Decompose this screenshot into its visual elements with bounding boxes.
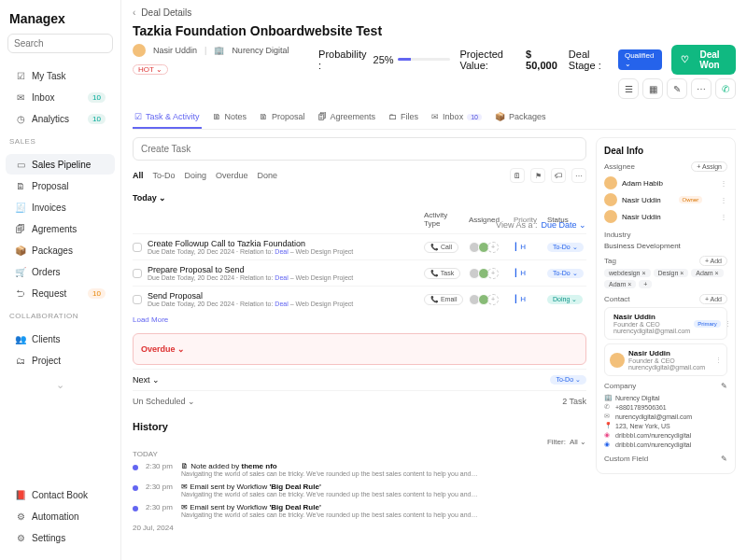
tag-chip[interactable]: + xyxy=(639,280,652,288)
activity-type[interactable]: 📞 Email xyxy=(424,294,463,305)
mail-icon: ✉ xyxy=(604,413,612,420)
task-row[interactable]: Send ProposalDue Date Today, 20 Dec 2024… xyxy=(133,286,586,312)
add-assignee-icon[interactable]: + xyxy=(487,294,499,305)
grid-icon[interactable]: ▦ xyxy=(642,78,663,99)
contact-card[interactable]: Nasir UddinFounder & CEOnurencydigital@g… xyxy=(604,307,727,340)
flag-icon[interactable]: ⚑ xyxy=(530,168,545,183)
assignee-row: Adam Habib⋮ xyxy=(604,175,727,191)
view-as-dropdown[interactable]: Due Date ⌄ xyxy=(541,220,586,230)
nav-item-orders[interactable]: 🛒Orders xyxy=(6,261,115,282)
nav-item-automation[interactable]: ⚙Automation xyxy=(6,506,115,526)
tag-chip[interactable]: Design × xyxy=(654,269,689,277)
nav-item-request[interactable]: ⮌Request10 xyxy=(6,283,115,303)
edit-icon[interactable]: ✎ xyxy=(667,78,687,99)
task-checkbox[interactable] xyxy=(133,243,142,252)
add-tag-button[interactable]: + Add xyxy=(699,256,727,266)
nav-icon: ⚙ xyxy=(15,511,26,522)
add-contact-button[interactable]: + Add xyxy=(699,294,727,304)
nav-icon: ◷ xyxy=(15,113,26,124)
nav-item-sales-pipeline[interactable]: ▭Sales Pipeline xyxy=(6,154,115,175)
task-checkbox[interactable] xyxy=(133,295,142,304)
tag-chip[interactable]: webdesign × xyxy=(604,269,651,277)
stage-dropdown[interactable]: Qualified ⌄ xyxy=(618,49,662,70)
tab-icon: ☑ xyxy=(134,112,142,121)
nav-item-proposal[interactable]: 🗎Proposal xyxy=(6,175,115,196)
nav-label-sales: SALES xyxy=(0,133,120,149)
history-item: 2:30 pm✉ Email sent by Workflow 'Big Dea… xyxy=(133,483,586,497)
load-more-link[interactable]: Load More xyxy=(133,312,586,328)
projected-label: Projected Value: xyxy=(459,49,522,71)
search-input[interactable] xyxy=(7,34,113,53)
hot-badge[interactable]: HOT ⌄ xyxy=(133,64,168,75)
brand-logo: Managex xyxy=(0,7,120,34)
filter-all[interactable]: All xyxy=(133,171,144,180)
nav-icon: ▭ xyxy=(15,159,26,170)
nav-item-agrements[interactable]: 🗐Agrements xyxy=(6,218,115,239)
status-dropdown[interactable]: To-Do ⌄ xyxy=(547,269,584,278)
nav-item-clients[interactable]: 👥Clients xyxy=(6,329,115,349)
nav-item-my-task[interactable]: ☑My Task xyxy=(6,65,115,86)
nav-icon: 🗂 xyxy=(15,355,26,366)
phone-icon[interactable]: ✆ xyxy=(715,78,736,99)
list-icon[interactable]: ☰ xyxy=(618,78,639,99)
create-task-input[interactable] xyxy=(133,137,586,161)
history-filter-dropdown[interactable]: All ⌄ xyxy=(570,438,586,446)
filter-doing[interactable]: Doing xyxy=(185,171,207,180)
tab-icon: ✉ xyxy=(431,112,439,121)
nav-item-project[interactable]: 🗂Project xyxy=(6,350,115,371)
activity-type[interactable]: 📞 Task xyxy=(424,268,460,279)
tab-agreements[interactable]: 🗐Agreements xyxy=(317,106,378,129)
tab-task-activity[interactable]: ☑Task & Activity xyxy=(133,106,202,129)
back-icon[interactable]: ‹ xyxy=(133,7,135,18)
deal-won-button[interactable]: ♡ Deal Won xyxy=(671,45,736,75)
probability-label: Probability : xyxy=(318,49,369,71)
tab-proposal[interactable]: 🗎Proposal xyxy=(258,106,307,129)
breadcrumb[interactable]: ‹ Deal Details xyxy=(133,7,736,18)
more-icon[interactable]: ⋮ xyxy=(720,213,727,221)
status-dropdown[interactable]: To-Do ⌄ xyxy=(547,243,584,252)
task-row[interactable]: Prepare Proposal to SendDue Date Today, … xyxy=(133,259,586,286)
assign-button[interactable]: + Assign xyxy=(691,161,727,172)
projected-value: $ 50,000 xyxy=(526,49,559,71)
tag-chip[interactable]: Adam × xyxy=(604,280,636,288)
edit-custom-icon[interactable]: ✎ xyxy=(721,455,727,463)
contact-card[interactable]: Nasir UddinFounder & CEOnurencydigital@g… xyxy=(604,343,727,376)
more-filter-icon[interactable]: ⋯ xyxy=(571,168,586,183)
more-icon[interactable]: ⋮ xyxy=(720,196,727,204)
nav-item-settings[interactable]: ⚙Settings xyxy=(6,527,115,548)
assignee-row: Nasir Uddin⋮ xyxy=(604,208,727,225)
tab-packages[interactable]: 📦Packages xyxy=(493,106,548,129)
overdue-section[interactable]: Overdue ⌄ xyxy=(141,340,578,358)
tab-files[interactable]: 🗀Files xyxy=(387,106,420,129)
add-assignee-icon[interactable]: + xyxy=(487,268,499,279)
more-icon[interactable]: ⋮ xyxy=(725,320,731,328)
filter-todo[interactable]: To-Do xyxy=(153,171,176,180)
tag-chip[interactable]: Adam × xyxy=(691,269,723,277)
activity-type[interactable]: 📞 Call xyxy=(424,242,458,253)
nav-icon: 📦 xyxy=(15,245,26,256)
nav-item-contact-book[interactable]: 📕Contact Book xyxy=(6,484,115,505)
edit-company-icon[interactable]: ✎ xyxy=(721,382,727,390)
task-row[interactable]: Create Followup Call to Tazkia Foundatio… xyxy=(133,233,586,259)
today-section[interactable]: Today ⌄ xyxy=(133,189,586,207)
nav-item-inbox[interactable]: ✉Inbox10 xyxy=(6,87,115,107)
tab-notes[interactable]: 🗎Notes xyxy=(211,106,249,129)
more-icon[interactable]: ⋮ xyxy=(715,357,722,364)
status-dropdown[interactable]: Doing ⌄ xyxy=(547,295,583,304)
task-checkbox[interactable] xyxy=(133,269,142,278)
tab-inbox[interactable]: ✉Inbox10 xyxy=(430,106,484,129)
calendar-icon[interactable]: 🗓 xyxy=(510,168,525,183)
tag-icon[interactable]: 🏷 xyxy=(551,168,566,183)
nav-label-collab: COLLABORATION xyxy=(0,308,120,324)
more-icon[interactable]: ⋯ xyxy=(691,78,712,99)
add-assignee-icon[interactable]: + xyxy=(487,242,499,253)
nav-item-invoices[interactable]: 🧾Invoices xyxy=(6,197,115,217)
nav-item-analytics[interactable]: ◷Analytics10 xyxy=(6,108,115,129)
next-section[interactable]: Next ⌄ xyxy=(133,375,160,385)
filter-overdue[interactable]: Overdue xyxy=(216,171,248,180)
more-icon[interactable]: ⋮ xyxy=(720,179,727,188)
next-status[interactable]: To-Do ⌄ xyxy=(550,375,586,385)
unscheduled-section[interactable]: Un Scheduled ⌄ xyxy=(133,397,195,406)
filter-done[interactable]: Done xyxy=(258,171,278,180)
nav-item-packages[interactable]: 📦Packages xyxy=(6,240,115,260)
